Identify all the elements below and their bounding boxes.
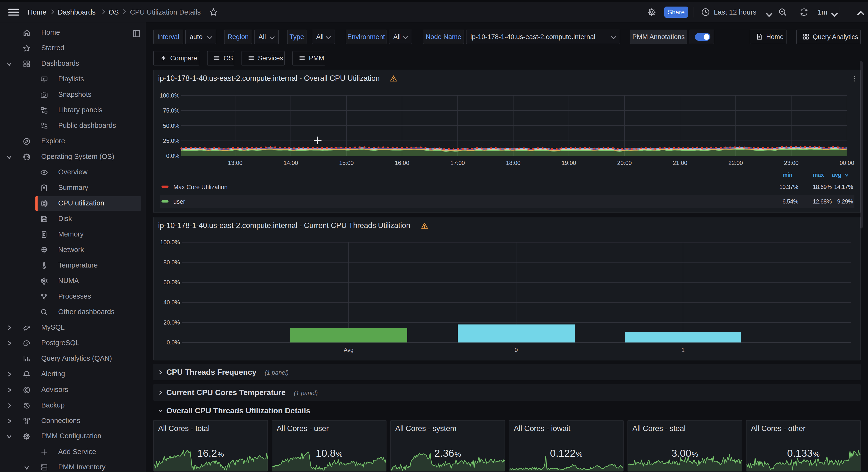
svg-text:00:00: 00:00	[840, 159, 854, 166]
svg-text:13:00: 13:00	[228, 159, 243, 166]
svg-text:25.0%: 25.0%	[163, 138, 179, 144]
svg-text:100.0%: 100.0%	[160, 92, 179, 99]
svg-text:19:00: 19:00	[561, 159, 576, 166]
svg-text:22:00: 22:00	[728, 159, 743, 166]
svg-text:17:00: 17:00	[450, 159, 465, 166]
svg-text:15:00: 15:00	[339, 159, 354, 166]
svg-text:0.0%: 0.0%	[166, 339, 180, 346]
svg-text:23:00: 23:00	[784, 159, 799, 166]
svg-text:75.0%: 75.0%	[163, 107, 179, 114]
svg-text:21:00: 21:00	[673, 159, 687, 166]
svg-text:1: 1	[681, 347, 684, 353]
svg-text:100.0%: 100.0%	[160, 239, 180, 245]
svg-text:60.0%: 60.0%	[163, 279, 180, 286]
svg-text:14:00: 14:00	[283, 159, 298, 166]
svg-text:20.0%: 20.0%	[163, 319, 180, 326]
svg-text:0.0%: 0.0%	[166, 153, 179, 159]
svg-text:20:00: 20:00	[617, 159, 632, 166]
svg-text:40.0%: 40.0%	[163, 299, 180, 305]
svg-text:50.0%: 50.0%	[163, 122, 179, 129]
svg-text:18:00: 18:00	[506, 159, 521, 166]
svg-text:Avg: Avg	[344, 347, 354, 353]
svg-text:16:00: 16:00	[395, 159, 409, 166]
svg-text:0: 0	[515, 347, 518, 353]
svg-text:80.0%: 80.0%	[163, 259, 180, 266]
